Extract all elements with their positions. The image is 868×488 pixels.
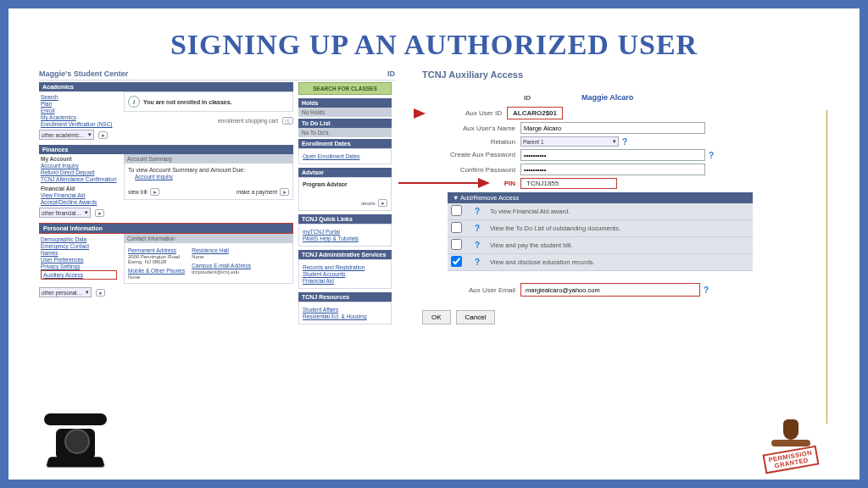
permissions-table: ▼ Add/Remove Access ?To view Financial A… [448,192,753,271]
not-enrolled-text: You are not enrolled in classes. [143,99,232,105]
other-academic-dropdown[interactable]: other academic… [39,130,94,140]
relation-label: Relation [422,138,515,146]
create-pw-label: Create Aux Password [422,152,515,158]
link-acct-inquiry[interactable]: Account Inquiry [41,163,117,169]
link-emergency[interactable]: Emergency Contact [41,243,117,249]
divider [826,110,827,424]
personal-info-bar: Personal Information [39,223,293,234]
aux-name-label: Aux User's Name [422,125,515,132]
open-enroll-link[interactable]: Open Enrollment Dates [303,153,387,159]
res-housing[interactable]: Residential Ed. & Housing [303,313,387,319]
help-icon[interactable]: ? [475,207,480,216]
enroll-dates-bar: Enrollment Dates [298,139,392,148]
quicklinks-bar: TCNJ Quick Links [298,214,392,224]
details-link[interactable]: details [361,201,376,206]
holds-text: No Holds. [298,108,392,117]
perm-addr-label[interactable]: Permanent Address [128,247,185,253]
link-user-prefs[interactable]: User Preferences [41,257,117,263]
perm-checkbox-todo[interactable] [451,222,462,233]
perm-text: To view Financial Aid award. [487,203,753,220]
aux-name-display: Maggie Alcaro [581,93,633,102]
help-icon[interactable]: ? [709,151,714,160]
link-auxiliary-access[interactable]: Auxiliary Access [41,270,117,280]
other-personal-dropdown[interactable]: other personal… [39,287,92,297]
help-icon[interactable]: ? [475,224,480,233]
ok-button[interactable]: OK [422,310,451,324]
aux-email-label: Aux User Email [422,286,515,294]
admin-bar: TCNJ Administrative Services [298,250,392,259]
link-acct-inquiry-2[interactable]: Account Inquiry [135,174,289,180]
create-pw-input[interactable] [520,149,705,161]
aux-heading: TCNJ Auxiliary Access [422,69,821,80]
ql-paws-help[interactable]: PAWS Help & Tutorials [303,236,387,241]
chevron-down-icon [86,289,89,296]
student-center-panel: Maggie's Student Center ID Academics Sea… [39,69,395,328]
link-my-academics[interactable]: My Academics [41,114,117,120]
chevron-down-icon [85,209,88,216]
link-search[interactable]: Search [41,94,117,100]
sc-id-label: ID [387,69,395,78]
link-privacy[interactable]: Privacy Settings [41,263,117,269]
todo-text: No To Do's. [298,128,392,137]
help-icon[interactable]: ? [475,241,480,250]
link-enroll[interactable]: Enroll [41,108,117,114]
perm-text: View and pay the student bill. [487,237,753,254]
perm-checkbox-finaid[interactable] [451,205,462,216]
aux-id-value: ALCARO2$01 [507,107,563,119]
my-account-label: My Account [41,156,117,162]
link-names[interactable]: Names [41,250,117,256]
academics-bar: Academics [39,82,293,92]
res-stuaffairs[interactable]: Student Affairs [303,307,387,313]
shopping-cart-link[interactable]: enrollment shopping cart [218,118,278,124]
slide-title: SIGNING UP AN AUTHORIZED USER [39,29,829,61]
admin-finaid[interactable]: Financial Aid [303,278,387,284]
cancel-button[interactable]: Cancel [456,310,496,324]
arrow-icon [414,108,426,119]
make-payment-link[interactable]: make a payment [236,189,277,195]
go-icon[interactable]: ➤ [98,131,108,139]
link-attendance[interactable]: TCNJ Attendance Confirmation [41,176,117,182]
link-view-finaid[interactable]: View Financial Aid [41,192,117,198]
cart-icon[interactable]: 🛒 [282,117,293,125]
confirm-pw-label: Confirm Password [422,166,515,174]
link-refund-dd[interactable]: Refund Direct Deposit [41,169,117,175]
contact-info-hdr: Contact Information [124,234,293,243]
aux-id-header: ID [524,94,531,102]
perm-checkbox-records[interactable] [451,256,462,267]
other-financial-dropdown[interactable]: other financial… [39,208,91,218]
chevron-down-icon [613,138,616,145]
help-icon[interactable]: ? [704,286,709,295]
perm-checkbox-bill[interactable] [451,239,462,250]
aux-id-label: Aux User ID [431,109,502,117]
ql-mytcnj[interactable]: myTCNJ Portal [303,229,387,235]
perm-addr-value: 2000 Pennington Road Ewing, NJ 08628 [128,254,185,264]
sc-heading: Maggie's Student Center [39,69,128,78]
view-bill-link[interactable]: view bill [128,189,147,195]
search-classes-button[interactable]: SEARCH FOR CLASSES [298,82,392,95]
help-icon[interactable]: ? [475,258,480,267]
aux-name-input[interactable] [520,122,705,134]
link-plan[interactable]: Plan [41,101,117,107]
permission-granted-stamp: PERMISSION GRANTED [753,419,829,469]
perm-text: View the To Do List of outstanding docum… [487,220,753,237]
go-icon[interactable]: ➤ [95,209,104,217]
phones-label[interactable]: Mobile & Other Phones [128,268,185,274]
aux-access-panel: TCNJ Auxiliary Access ID Maggie Alcaro A… [422,69,821,328]
link-demographic[interactable]: Demographic Data [41,236,117,242]
relation-dropdown[interactable]: Parent 1 [520,136,619,147]
perm-text: View and disclose education records. [487,254,753,271]
link-enroll-verify[interactable]: Enrollment Verification (NSC) [41,121,117,127]
help-icon[interactable]: ? [622,137,627,147]
holds-bar: Holds [298,98,392,108]
confirm-pw-input[interactable] [520,164,705,175]
aux-email-input[interactable] [523,285,698,295]
admin-stuacct[interactable]: Student Accounts [303,271,387,277]
link-accept-decline[interactable]: Accept/Decline Awards [41,199,117,205]
advisor-text: Program Advisor [303,181,387,187]
admin-records[interactable]: Records and Registration [303,264,387,270]
res-hall-label[interactable]: Residence Hall [192,247,251,253]
finances-bar: Finances [39,145,293,154]
campus-email-label[interactable]: Campus E-mail Address [192,263,251,269]
go-icon[interactable]: ➤ [96,289,105,297]
res-hall-value: None [192,254,251,259]
